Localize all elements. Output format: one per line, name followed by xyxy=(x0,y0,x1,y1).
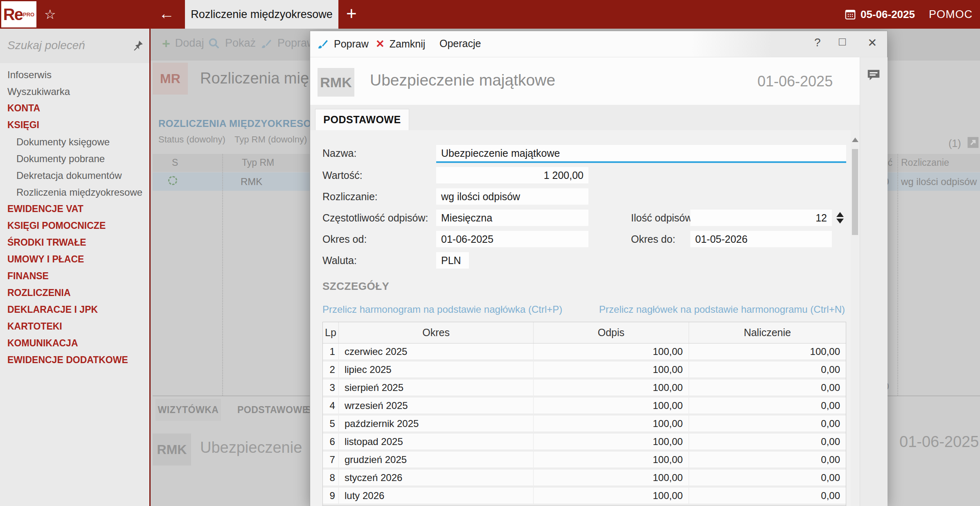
schedule-row[interactable]: 5 październik 2025 100,00 0,00 xyxy=(323,416,846,431)
recalc-header-link[interactable]: Przelicz nagłówek na podstawie harmonogr… xyxy=(599,304,845,315)
sidebar-item[interactable]: EWIDENCJE DODATKOWE xyxy=(0,352,149,368)
dialog-title: Ubezpieczenie majątkowe xyxy=(370,71,555,89)
comment-icon[interactable] xyxy=(866,68,881,84)
top-bar: RePRO ☆ ← Rozliczenie międzyokresowe + 0… xyxy=(0,0,980,29)
ilosc-odpisow-label: Ilość odpisów: xyxy=(631,210,695,226)
column-header-typ-rm[interactable]: Typ RM xyxy=(242,157,274,168)
sidebar-item[interactable]: Dokumenty księgowe xyxy=(0,133,149,150)
sidebar-item[interactable]: KSIĘGI POMOCNICZE xyxy=(0,217,149,234)
czestotliwosc-label: Częstotliwość odpisów: xyxy=(322,210,428,226)
column-separator xyxy=(222,154,223,395)
okres-od-input[interactable]: 01-06-2025 xyxy=(436,231,588,247)
back-arrow-icon[interactable]: ← xyxy=(159,5,174,23)
sidebar-item[interactable]: EWIDENCJE VAT xyxy=(0,201,149,217)
schedule-table: Lp Okres Odpis Naliczenie 1 czerwiec 202… xyxy=(322,322,846,506)
schedule-row[interactable]: 9 luty 2026 100,00 0,00 xyxy=(323,488,846,504)
dialog-help-button[interactable]: ? xyxy=(814,36,821,49)
schedule-table-header: Lp Okres Odpis Naliczenie xyxy=(323,322,846,343)
sidebar-item[interactable]: Wyszukiwarka xyxy=(0,83,149,100)
sidebar-item[interactable]: ŚRODKI TRWAŁE xyxy=(0,234,149,251)
ilosc-odpisow-input[interactable]: 12 xyxy=(690,210,832,226)
schedule-row[interactable]: 4 wrzesień 2025 100,00 0,00 xyxy=(323,398,846,413)
dialog-content: Nazwa: Ubezpieczenie majątkowe Wartość: … xyxy=(310,130,860,506)
app-window: + Dodaj Pokaż Popraw MR Rozliczenia mię … xyxy=(0,0,980,506)
sidebar-item[interactable]: Dokumenty pobrane xyxy=(0,150,149,167)
edit-button[interactable]: Popraw xyxy=(260,37,315,50)
sidebar-item[interactable]: Dekretacja dokumentów xyxy=(0,167,149,184)
tab-rozliczenie-miedzyokresowe[interactable]: Rozliczenie międzyokresowe xyxy=(185,0,338,29)
schedule-row[interactable]: 1 czerwiec 2025 100,00 100,00 xyxy=(323,343,846,359)
sidebar-item[interactable]: Infoserwis xyxy=(0,66,149,83)
favorites-star-icon[interactable]: ☆ xyxy=(44,7,56,22)
scroll-up-icon[interactable] xyxy=(852,138,858,142)
sidebar-item[interactable]: KARTOTEKI xyxy=(0,318,149,335)
help-menu[interactable]: POMOC xyxy=(929,8,973,21)
dialog-header: RMK Ubezpieczenie majątkowe 01-06-2025 xyxy=(310,57,860,105)
sidebar-item[interactable]: KONTA xyxy=(0,100,149,117)
new-tab-plus-icon[interactable]: + xyxy=(346,3,357,24)
waluta-label: Waluta: xyxy=(322,252,357,269)
sidebar-item[interactable]: DEKLARACJE I JPK xyxy=(0,301,149,318)
schedule-row[interactable]: 3 sierpień 2025 100,00 0,00 xyxy=(323,380,846,395)
dialog-date: 01-06-2025 xyxy=(757,73,833,90)
schedule-row[interactable]: 2 lipiec 2025 100,00 0,00 xyxy=(323,361,846,377)
dialog-maximize-button[interactable]: □ xyxy=(839,35,846,48)
sidebar-item[interactable]: Rozliczenia międzyokresowe xyxy=(0,184,149,201)
app-logo[interactable]: RePRO xyxy=(1,1,36,27)
column-header-naliczenie[interactable]: Naliczenie xyxy=(689,322,846,343)
column-header-s[interactable]: S xyxy=(172,157,178,168)
detail-abbr-tile: RMK xyxy=(153,434,191,465)
rmk-abbr-tile: RMK xyxy=(318,68,354,97)
okres-od-label: Okres od: xyxy=(322,231,367,247)
status-circle-icon xyxy=(168,176,177,185)
waluta-select[interactable]: PLN xyxy=(436,252,469,269)
background-section-header: ROZLICZENIA MIĘDZYOKRESO xyxy=(158,118,311,129)
dialog-close-button[interactable]: ✕ xyxy=(867,36,877,50)
tab-wizytowka[interactable]: WIZYTÓWKA xyxy=(155,399,221,421)
plus-icon: + xyxy=(162,37,170,50)
pin-icon[interactable] xyxy=(132,39,144,52)
background-detail-date: 01-06-2025 xyxy=(899,433,979,451)
background-detail-title: Ubezpieczenie xyxy=(200,439,302,456)
stepper-up-icon[interactable] xyxy=(836,212,844,217)
column-header-rozliczanie[interactable]: Rozliczanie xyxy=(901,157,949,168)
workdate-button[interactable]: 05-06-2025 xyxy=(844,8,915,21)
sidebar-item[interactable]: KOMUNIKACJA xyxy=(0,335,149,352)
schedule-row[interactable]: 8 styczeń 2026 100,00 0,00 xyxy=(323,470,846,486)
dialog-titlebar[interactable]: Popraw ✕ Zamknij Operacje ? □ ✕ xyxy=(310,31,887,57)
sidebar-item[interactable]: UMOWY I PŁACE xyxy=(0,251,149,268)
rmk-edit-dialog: Popraw ✕ Zamknij Operacje ? □ ✕ RMK Ubez… xyxy=(310,31,888,506)
nazwa-input[interactable]: Ubezpieczenie majątkowe xyxy=(436,145,846,163)
dialog-edit-button[interactable]: Popraw xyxy=(317,38,369,50)
column-separator xyxy=(897,154,898,395)
dialog-operations-menu[interactable]: Operacje xyxy=(439,38,481,50)
show-button[interactable]: Pokaż xyxy=(208,37,256,50)
tab-podstawowe[interactable]: PODSTAWOWE xyxy=(315,109,409,130)
dialog-close-action[interactable]: ✕ Zamknij xyxy=(376,38,425,50)
column-header-odpis[interactable]: Odpis xyxy=(534,322,689,343)
tab-podstawowe-background[interactable]: PODSTAWOWE xyxy=(237,399,309,421)
wartosc-input[interactable]: 1 200,00 xyxy=(436,167,588,183)
ilosc-odpisow-stepper[interactable] xyxy=(835,210,845,226)
sidebar-nav: Infoserwis Wyszukiwarka KONTA KSIĘGI Dok… xyxy=(0,66,149,368)
search-input[interactable] xyxy=(7,38,121,52)
command-search[interactable] xyxy=(0,29,149,63)
schedule-row[interactable]: 7 grudzień 2025 100,00 0,00 xyxy=(323,452,846,468)
column-header-okres[interactable]: Okres xyxy=(339,322,534,343)
okres-do-input[interactable]: 01-05-2026 xyxy=(690,231,832,247)
czestotliwosc-select[interactable]: Miesięczna xyxy=(436,210,588,226)
stepper-down-icon[interactable] xyxy=(836,219,844,224)
filter-typ-rm[interactable]: Typ RM (dowolny) xyxy=(234,134,307,145)
column-header-lp[interactable]: Lp xyxy=(323,322,339,343)
add-button[interactable]: + Dodaj xyxy=(162,37,204,50)
sidebar-item[interactable]: KSIĘGI xyxy=(0,117,149,133)
scrollbar-thumb[interactable] xyxy=(852,149,858,235)
sidebar-item[interactable]: ROZLICZENIA xyxy=(0,285,149,301)
recalc-schedule-link[interactable]: Przelicz harmonogram na podstawie nagłów… xyxy=(322,304,562,315)
export-icon[interactable] xyxy=(966,136,980,149)
rozliczanie-select[interactable]: wg ilości odpisów xyxy=(436,188,588,205)
sidebar-item[interactable]: FINANSE xyxy=(0,268,149,285)
dialog-scrollbar[interactable] xyxy=(851,130,860,506)
schedule-row[interactable]: 6 listopad 2025 100,00 0,00 xyxy=(323,434,846,450)
filter-status[interactable]: Status (dowolny) xyxy=(158,134,225,145)
